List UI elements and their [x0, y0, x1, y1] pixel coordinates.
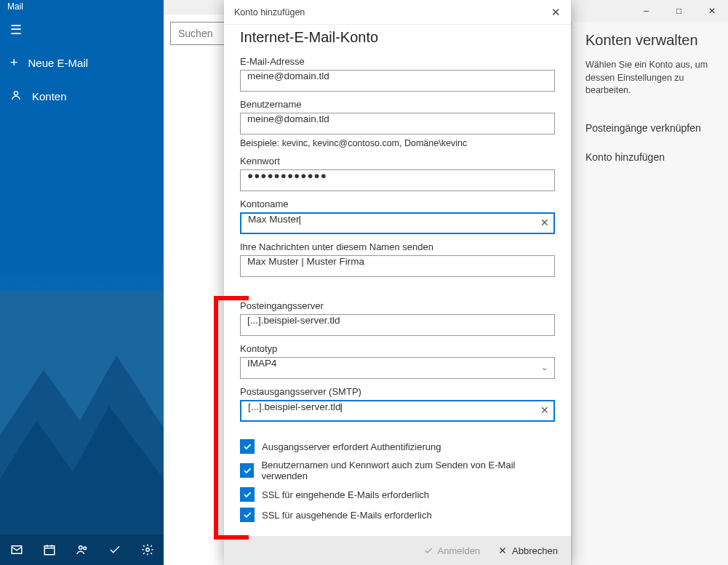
chevron-down-icon: ⌄ — [541, 363, 548, 372]
clear-icon[interactable]: ✕ — [540, 217, 549, 228]
dialog-heading: Internet-E-Mail-Konto — [240, 29, 555, 46]
manage-accounts-panel: Konten verwalten Wählen Sie ein Konto au… — [572, 22, 728, 565]
sidebar-item-accounts[interactable]: Konten — [0, 81, 164, 112]
account-type-select[interactable]: IMAP4 — [240, 357, 555, 379]
accounts-label: Konten — [32, 90, 67, 103]
calendar-icon[interactable] — [33, 534, 65, 565]
cancel-label: Abbrechen — [512, 545, 558, 556]
checkbox-checked-icon — [240, 508, 255, 522]
settings-icon[interactable] — [131, 534, 164, 565]
checkbox-auth-label: Ausgangsserver erfordert Authentifizieru… — [262, 441, 441, 452]
new-mail-button[interactable]: + Neue E-Mail — [0, 45, 164, 81]
svg-point-8 — [83, 547, 86, 550]
account-type-label: Kontotyp — [240, 343, 555, 354]
hamburger-menu-button[interactable]: ☰ — [0, 15, 164, 45]
username-field[interactable]: meine@domain.tld — [240, 113, 555, 135]
checkbox-ssl-out-label: SSL für ausgehende E-Mails erforderlich — [262, 510, 432, 521]
mail-icon[interactable] — [0, 534, 33, 565]
checkbox-use-credentials[interactable]: Benutzernamen und Kennwort auch zum Send… — [240, 460, 555, 481]
svg-point-4 — [14, 92, 17, 95]
account-name-label: Kontoname — [240, 199, 555, 209]
add-account-dialog: Konto hinzufügen ✕ Internet-E-Mail-Konto… — [224, 0, 571, 565]
account-name-field[interactable]: Max Muster — [240, 212, 555, 234]
svg-rect-3 — [0, 291, 164, 565]
panel-subtitle: Wählen Sie ein Konto aus, um dessen Eins… — [585, 59, 715, 97]
people-icon[interactable] — [65, 534, 98, 565]
password-label: Kennwort — [240, 156, 555, 167]
window-minimize-button[interactable]: – — [630, 0, 663, 22]
dialog-close-button[interactable]: ✕ — [551, 6, 561, 19]
outgoing-server-field[interactable]: [...].beispiel-server.tld — [240, 400, 555, 422]
signin-button[interactable]: Anmelden — [423, 545, 481, 556]
checkbox-checked-icon — [240, 487, 255, 502]
svg-point-9 — [145, 548, 149, 552]
dialog-footer: Anmelden Abbrechen — [224, 536, 571, 565]
person-icon — [10, 89, 22, 103]
dialog-header: Konto hinzufügen ✕ — [224, 0, 571, 25]
checkbox-ssl-outgoing[interactable]: SSL für ausgehende E-Mails erforderlich — [240, 508, 555, 522]
clear-icon[interactable]: ✕ — [540, 404, 549, 416]
sidebar-wallpaper — [0, 291, 164, 565]
plus-icon: + — [10, 55, 18, 71]
checkbox-checked-icon — [240, 463, 254, 478]
left-sidebar: ☰ + Neue E-Mail Konten — [0, 15, 164, 565]
signin-label: Anmelden — [438, 545, 481, 556]
svg-rect-6 — [44, 546, 55, 555]
dialog-title: Konto hinzufügen — [234, 7, 305, 17]
checkbox-checked-icon — [240, 439, 255, 454]
checkbox-ssl-incoming[interactable]: SSL für eingehende E-Mails erforderlich — [240, 487, 555, 502]
outgoing-label: Postausgangsserver (SMTP) — [240, 386, 555, 397]
add-account-option[interactable]: Konto hinzufügen — [585, 143, 715, 172]
email-label: E-Mail-Adresse — [240, 56, 555, 67]
new-mail-label: Neue E-Mail — [28, 57, 89, 69]
svg-point-7 — [79, 546, 82, 550]
checkbox-auth-required[interactable]: Ausgangsserver erfordert Authentifizieru… — [240, 439, 555, 454]
window-maximize-button[interactable]: □ — [663, 0, 695, 22]
link-inboxes-option[interactable]: Posteingänge verknüpfen — [585, 113, 715, 143]
panel-title: Konten verwalten — [585, 32, 715, 49]
send-name-field[interactable]: Max Muster | Muster Firma — [240, 255, 555, 277]
incoming-label: Posteingangsserver — [240, 300, 555, 311]
incoming-server-field[interactable]: [...].beispiel-server.tld — [240, 314, 555, 336]
sidebar-bottom-bar — [0, 534, 164, 565]
checkbox-ssl-in-label: SSL für eingehende E-Mails erforderlich — [262, 489, 429, 500]
app-title: Mail — [7, 1, 23, 12]
password-field[interactable]: ●●●●●●●●●●●● — [240, 169, 555, 191]
cancel-button[interactable]: Abbrechen — [497, 545, 558, 556]
todo-icon[interactable] — [98, 534, 131, 565]
username-hint: Beispiele: kevinc, kevinc@contoso.com, D… — [240, 138, 555, 148]
username-label: Benutzername — [240, 99, 555, 110]
app-titlebar: Mail — [0, 0, 164, 15]
window-close-button[interactable]: ✕ — [695, 0, 728, 22]
email-field[interactable]: meine@domain.tld — [240, 70, 555, 92]
checkbox-use-creds-label: Benutzernamen und Kennwort auch zum Send… — [261, 460, 555, 481]
send-name-label: Ihre Nachrichten unter diesem Namen send… — [240, 241, 555, 252]
